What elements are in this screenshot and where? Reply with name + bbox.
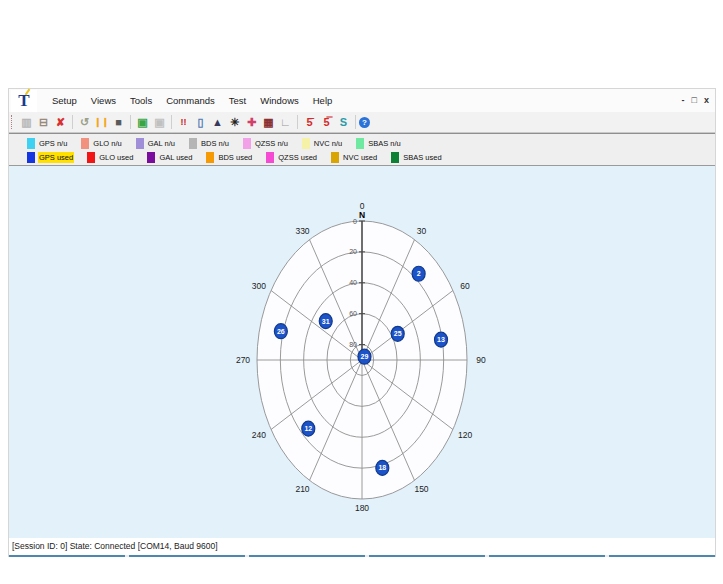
satellite-prn-label: 2: [417, 270, 421, 277]
legend-row: GPS n/uGLO n/uGAL n/uBDS n/uQZSS n/uNVC …: [27, 136, 715, 150]
azimuth-label-330: 330: [295, 226, 309, 236]
menu-setup[interactable]: Setup: [45, 92, 84, 109]
legend-color-swatch: [136, 138, 144, 149]
legend-color-swatch: [147, 152, 155, 163]
skyplot-panel: 0204060800306090120150180210240270300330…: [9, 166, 715, 539]
legend-item-bds-n-u[interactable]: BDS n/u: [189, 138, 230, 149]
help-icon[interactable]: ?: [359, 117, 370, 128]
minimize-button[interactable]: -: [682, 96, 685, 105]
bottom-divider-line: [9, 555, 715, 557]
legend-item-sbas-used[interactable]: SBAS used: [391, 152, 442, 163]
skyplot-icon[interactable]: ✳: [227, 115, 242, 130]
legend-item-nvc-used[interactable]: NVC used: [331, 152, 378, 163]
menu-tools[interactable]: Tools: [123, 92, 159, 109]
close-button[interactable]: x: [704, 96, 709, 105]
menu-windows[interactable]: Windows: [253, 92, 306, 109]
signal-chart-icon[interactable]: ▲: [210, 115, 225, 130]
legend-color-swatch: [27, 152, 35, 163]
toolbar-separator: [130, 115, 131, 129]
move-icon[interactable]: ✚: [244, 115, 259, 130]
north-label: N: [359, 210, 365, 220]
legend-color-swatch: [87, 152, 95, 163]
pause-icon[interactable]: ❙❙: [94, 115, 109, 130]
script-1-icon[interactable]: 5̄: [302, 115, 317, 130]
satellite-prn-label: 12: [304, 425, 312, 432]
menu-items: SetupViewsToolsCommandsTestWindowsHelp: [45, 92, 339, 109]
elevation-tick-label: 40: [349, 279, 357, 286]
satellite-prn-label: 31: [322, 318, 330, 325]
azimuth-label-180: 180: [355, 503, 369, 513]
legend-color-swatch: [206, 152, 214, 163]
legend-item-qzss-used[interactable]: QZSS used: [266, 152, 318, 163]
legend-item-glo-used[interactable]: GLO used: [87, 152, 134, 163]
alerts-icon[interactable]: !!: [176, 115, 191, 130]
script-s-icon[interactable]: S: [336, 115, 351, 130]
legend-label: BDS n/u: [200, 138, 230, 149]
azimuth-label-210: 210: [295, 484, 309, 494]
legend-label: GAL n/u: [147, 138, 176, 149]
grid-icon[interactable]: ▦: [261, 115, 276, 130]
legend-color-swatch: [189, 138, 197, 149]
legend-label: NVC used: [342, 152, 378, 163]
legend-label: GPS n/u: [38, 138, 68, 149]
session-status-text: [Session ID: 0] State: Connected [COM14,…: [12, 541, 218, 551]
legend-label: SBAS n/u: [367, 138, 402, 149]
toolbar-separator: [72, 115, 73, 129]
status-bar: [Session ID: 0] State: Connected [COM14,…: [9, 538, 715, 553]
printer-icon[interactable]: ⊟: [36, 115, 51, 130]
elevation-tick-label: 60: [349, 310, 357, 317]
legend-label: NVC n/u: [313, 138, 343, 149]
toolbar-separator: [297, 115, 298, 129]
legend-item-gal-used[interactable]: GAL used: [147, 152, 193, 163]
legend-color-swatch: [27, 138, 35, 149]
menu-help[interactable]: Help: [306, 92, 340, 109]
legend-color-swatch: [356, 138, 364, 149]
stop-icon[interactable]: ■: [111, 115, 126, 130]
legend-label: QZSS used: [277, 152, 318, 163]
toolbar-separator: [171, 115, 172, 129]
legend-label: BDS used: [217, 152, 253, 163]
corner-plot-icon[interactable]: ∟: [278, 115, 293, 130]
legend-color-swatch: [302, 138, 310, 149]
menu-views[interactable]: Views: [84, 92, 123, 109]
toolbar: ▥⊟✘↺❙❙■▣▣!!▯▲✳✚▦∟5̄5̿S?: [9, 112, 715, 133]
save-icon[interactable]: ▣: [135, 115, 150, 130]
legend-item-qzss-n-u[interactable]: QZSS n/u: [243, 138, 289, 149]
legend-label: GLO used: [98, 152, 134, 163]
skyplot-svg: 0204060800306090120150180210240270300330…: [9, 166, 715, 538]
legend-item-gps-n-u[interactable]: GPS n/u: [27, 138, 68, 149]
table-view-icon[interactable]: ▯: [193, 115, 208, 130]
legend-item-gal-n-u[interactable]: GAL n/u: [136, 138, 176, 149]
script-2-icon[interactable]: 5̿: [319, 115, 334, 130]
restore-button[interactable]: □: [692, 96, 697, 105]
azimuth-label-60: 60: [460, 281, 470, 291]
connect-icon[interactable]: ▥: [19, 115, 34, 130]
satellite-prn-label: 26: [277, 328, 285, 335]
save-disabled-icon[interactable]: ▣: [152, 115, 167, 130]
legend-color-swatch: [81, 138, 89, 149]
replay-icon[interactable]: ↺: [77, 115, 92, 130]
legend-item-gps-used[interactable]: GPS used: [27, 152, 74, 163]
satellite-prn-label: 29: [361, 353, 369, 360]
legend-item-bds-used[interactable]: BDS used: [206, 152, 253, 163]
menu-test[interactable]: Test: [222, 92, 253, 109]
toolbar-grip-handle[interactable]: [11, 115, 15, 129]
legend-item-glo-n-u[interactable]: GLO n/u: [81, 138, 122, 149]
legend-row: GPS usedGLO usedGAL usedBDS usedQZSS use…: [27, 150, 715, 164]
delete-icon[interactable]: ✘: [53, 115, 68, 130]
azimuth-label-300: 300: [252, 281, 266, 291]
legend-item-nvc-n-u[interactable]: NVC n/u: [302, 138, 343, 149]
azimuth-label-30: 30: [417, 226, 427, 236]
elevation-tick-label: 0: [353, 218, 357, 225]
legend-item-sbas-n-u[interactable]: SBAS n/u: [356, 138, 402, 149]
legend-color-swatch: [331, 152, 339, 163]
menu-commands[interactable]: Commands: [159, 92, 222, 109]
legend-label: SBAS used: [402, 152, 442, 163]
azimuth-label-120: 120: [458, 430, 472, 440]
azimuth-label-240: 240: [252, 430, 266, 440]
satellite-legend: GPS n/uGLO n/uGAL n/uBDS n/uQZSS n/uNVC …: [9, 133, 715, 166]
app-logo: T: [11, 90, 37, 112]
elevation-tick-label: 80: [349, 341, 357, 348]
legend-color-swatch: [243, 138, 251, 149]
legend-label: GLO n/u: [92, 138, 122, 149]
